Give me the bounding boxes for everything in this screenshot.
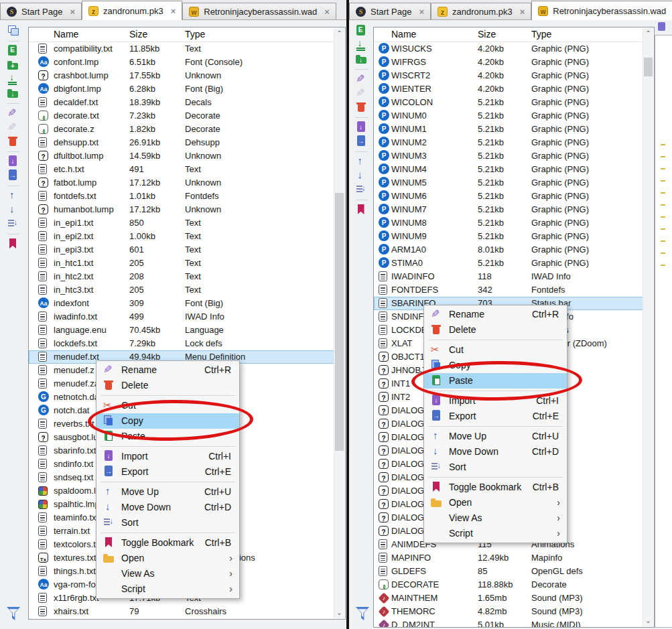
entry-row[interactable]: D_DM2INT5.01kbMusic (MIDI) bbox=[374, 618, 643, 627]
tab-start-page[interactable]: SStart Page× bbox=[349, 3, 431, 19]
toolbar-new-entry-icon[interactable] bbox=[354, 24, 369, 38]
entry-row[interactable]: WINUM05.21kbGraphic (PNG) bbox=[374, 109, 643, 123]
entry-row[interactable]: in_htc3.txt205Text bbox=[29, 283, 334, 297]
toolbar-import-folder-icon[interactable]: ↓ bbox=[354, 52, 369, 66]
toolbar-import-files-icon[interactable] bbox=[6, 72, 21, 86]
entry-row[interactable]: dehsupp.txt26.91kbDehsupp bbox=[29, 136, 334, 149]
entry-row[interactable]: MAPINFO12.49kbMapinfo bbox=[374, 551, 643, 565]
tab-retroninjacyberassassin-wad[interactable]: wRetroninjacyberassassin.wad× bbox=[531, 1, 672, 20]
menu-item-script[interactable]: Script› bbox=[96, 581, 239, 597]
toolbar-rename-icon[interactable] bbox=[354, 72, 369, 86]
entry-row[interactable]: WINUM75.21kbGraphic (PNG) bbox=[374, 203, 643, 216]
toolbar-bookmark-icon[interactable] bbox=[6, 237, 21, 251]
entry-row[interactable]: STIMA05.21kbGraphic (PNG) bbox=[374, 257, 643, 270]
entry-row[interactable]: DECORATE118.88kbDecorate bbox=[374, 578, 643, 591]
entry-row[interactable]: in_htc2.txt208Text bbox=[29, 270, 334, 283]
toolbar-move-up-icon[interactable] bbox=[354, 155, 369, 169]
menu-item-move-down[interactable]: Move DownCtrl+D bbox=[424, 444, 567, 460]
tab-close-icon[interactable]: × bbox=[171, 6, 176, 16]
tab-zandronum-pk3[interactable]: zzandronum.pk3× bbox=[431, 3, 531, 19]
menu-item-move-up[interactable]: Move UpCtrl+U bbox=[424, 429, 567, 444]
entry-row[interactable]: WINUM35.21kbGraphic (PNG) bbox=[374, 149, 643, 163]
menu-item-open[interactable]: Open› bbox=[424, 495, 567, 510]
entry-row[interactable]: dbigfont.lmp6.28kbFont (Big) bbox=[29, 82, 334, 96]
entry-row[interactable]: decorate.z1.82kbDecorate bbox=[29, 123, 334, 136]
toolbar-delete-icon[interactable] bbox=[354, 100, 369, 115]
entry-row[interactable]: confont.lmp6.51kbFont (Console) bbox=[29, 56, 334, 69]
entry-row[interactable]: WINUM65.21kbGraphic (PNG) bbox=[374, 190, 643, 203]
entry-row[interactable]: GLDEFS85OpenGL defs bbox=[374, 565, 643, 578]
entry-row[interactable]: decaldef.txt18.39kbDecals bbox=[29, 96, 334, 109]
list-scrollbar[interactable]: ⌃⌄ bbox=[334, 28, 344, 618]
entry-row[interactable]: WIFRGS4.20kbGraphic (PNG) bbox=[374, 56, 643, 69]
entry-row[interactable]: WISUCKS4.20kbGraphic (PNG) bbox=[374, 42, 643, 56]
entry-row[interactable]: WINUM25.21kbGraphic (PNG) bbox=[374, 136, 643, 149]
entry-row[interactable]: FONTDEFS342Fontdefs bbox=[374, 283, 643, 297]
entry-row[interactable]: WISCRT24.20kbGraphic (PNG) bbox=[374, 69, 643, 82]
scroll-thumb[interactable] bbox=[335, 193, 344, 451]
menu-item-cut[interactable]: Cut bbox=[424, 342, 567, 358]
menu-item-view-as[interactable]: View As› bbox=[96, 566, 239, 581]
entry-row[interactable]: WINUM95.21kbGraphic (PNG) bbox=[374, 230, 643, 243]
column-header-type[interactable]: Type bbox=[185, 29, 205, 40]
toolbar-import-icon[interactable]: ↓ bbox=[6, 155, 21, 169]
entry-row[interactable]: fatbot.lump17.12kbUnknown bbox=[29, 176, 334, 190]
entry-row[interactable]: indexfont309Font (Big) bbox=[29, 297, 334, 310]
tab-zandronum-pk3[interactable]: zzandronum.pk3× bbox=[82, 1, 182, 20]
column-header-size[interactable]: Size bbox=[129, 29, 147, 40]
toolbar-new-folder-icon[interactable]: + bbox=[6, 58, 21, 72]
entry-row[interactable]: in_epi2.txt1.00kbText bbox=[29, 230, 334, 243]
entry-row[interactable]: in_epi3.txt601Text bbox=[29, 243, 334, 257]
entry-row[interactable]: MAINTHEM1.65mbSound (MP3) bbox=[374, 591, 643, 605]
menu-item-sort[interactable]: Sort bbox=[424, 460, 567, 475]
menu-item-export[interactable]: →ExportCtrl+E bbox=[424, 409, 567, 424]
entry-row[interactable]: fontdefs.txt1.01kbFontdefs bbox=[29, 190, 334, 203]
tab-close-icon[interactable]: × bbox=[419, 7, 424, 17]
menu-item-move-up[interactable]: Move UpCtrl+U bbox=[96, 484, 239, 500]
menu-item-toggle-bookmark[interactable]: Toggle BookmarkCtrl+B bbox=[96, 535, 239, 551]
toolbar-copy-pages-icon[interactable] bbox=[6, 24, 21, 38]
entry-row[interactable]: WIENTER4.20kbGraphic (PNG) bbox=[374, 82, 643, 96]
tab-close-icon[interactable]: × bbox=[520, 7, 525, 17]
filter-icon[interactable] bbox=[6, 606, 21, 621]
list-scrollbar[interactable]: ⌃⌄ bbox=[643, 28, 653, 626]
column-header-name[interactable]: Name bbox=[54, 29, 78, 40]
entry-row[interactable]: THEMORC4.82mbSound (MP3) bbox=[374, 605, 643, 618]
filter-icon[interactable] bbox=[355, 606, 370, 621]
entry-row[interactable]: decorate.txt7.23kbDecorate bbox=[29, 109, 334, 123]
entry-row[interactable]: WINUM55.21kbGraphic (PNG) bbox=[374, 176, 643, 190]
scroll-down-icon[interactable]: ⌄ bbox=[334, 608, 344, 618]
entry-row[interactable]: WINUM85.21kbGraphic (PNG) bbox=[374, 216, 643, 230]
entry-row[interactable]: WINUM45.21kbGraphic (PNG) bbox=[374, 163, 643, 176]
scroll-down-icon[interactable]: ⌄ bbox=[643, 616, 653, 626]
toolbar-sort-icon[interactable] bbox=[6, 217, 21, 231]
toolbar-delete-icon[interactable] bbox=[6, 135, 21, 149]
menu-item-sort[interactable]: Sort bbox=[96, 515, 239, 531]
toolbar-export-icon[interactable]: → bbox=[354, 135, 369, 149]
tab-close-icon[interactable]: × bbox=[70, 7, 75, 17]
tab-start-page[interactable]: SStart Page× bbox=[0, 3, 82, 19]
entry-row[interactable]: in_htc1.txt205Text bbox=[29, 257, 334, 270]
toolbar-export-icon[interactable]: → bbox=[6, 169, 21, 183]
entry-row[interactable]: lockdefs.txt7.29kbLock defs bbox=[29, 337, 334, 350]
menu-item-view-as[interactable]: View As› bbox=[424, 510, 567, 526]
menu-item-rename[interactable]: RenameCtrl+R bbox=[96, 362, 239, 378]
menu-item-delete[interactable]: Delete bbox=[96, 378, 239, 393]
toolbar-new-entry-icon[interactable] bbox=[6, 44, 21, 58]
entry-row[interactable]: crashbot.lump17.55kbUnknown bbox=[29, 69, 334, 82]
entry-row[interactable]: language.enu70.45kbLanguage bbox=[29, 324, 334, 337]
toolbar-import-files-icon[interactable] bbox=[354, 38, 369, 52]
menu-item-rename[interactable]: RenameCtrl+R bbox=[424, 307, 567, 322]
entry-row[interactable]: xhairs.txt79Crosshairs bbox=[29, 605, 334, 618]
entry-row[interactable]: iwadinfo.txt499IWAD Info bbox=[29, 310, 334, 324]
entry-row[interactable]: etc.h.txt491Text bbox=[29, 163, 334, 176]
toolbar-rename-icon[interactable] bbox=[6, 107, 21, 121]
entry-row[interactable]: WINUM15.21kbGraphic (PNG) bbox=[374, 123, 643, 136]
menu-item-toggle-bookmark[interactable]: Toggle BookmarkCtrl+B bbox=[424, 480, 567, 495]
tab-retroninjacyberassassin-wad[interactable]: wRetroninjacyberassassin.wad× bbox=[182, 3, 336, 19]
menu-item-import[interactable]: ↓ImportCtrl+I bbox=[96, 449, 239, 464]
scroll-thumb[interactable] bbox=[644, 58, 653, 76]
scroll-up-icon[interactable]: ⌃ bbox=[643, 28, 653, 39]
toolbar-move-down-icon[interactable] bbox=[354, 169, 369, 183]
column-header-size[interactable]: Size bbox=[478, 29, 496, 40]
